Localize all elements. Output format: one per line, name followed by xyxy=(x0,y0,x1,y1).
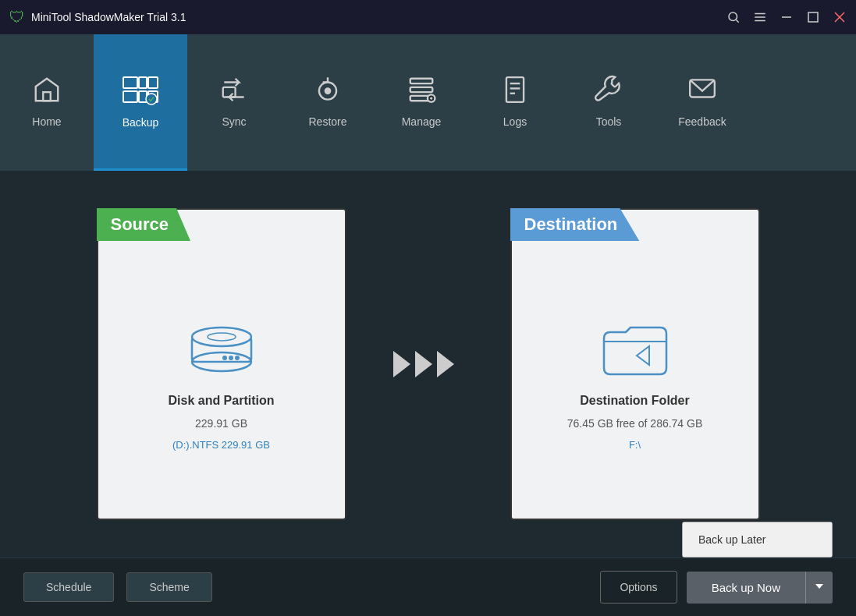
backup-later-button[interactable]: Back up Later xyxy=(683,522,832,557)
source-size: 229.91 GB xyxy=(195,417,247,430)
schedule-button[interactable]: Schedule xyxy=(23,572,114,602)
svg-rect-24 xyxy=(506,77,524,102)
close-button[interactable] xyxy=(833,10,847,24)
minimize-button[interactable] xyxy=(780,10,794,24)
destination-label: Destination xyxy=(510,208,640,241)
logs-icon xyxy=(499,75,531,109)
nav-sync-label: Sync xyxy=(222,115,246,128)
main-content: Source Disk and Partition 229.91 GB (D:)… xyxy=(0,171,856,558)
nav-restore[interactable]: Restore xyxy=(281,34,375,171)
app-logo: 🛡 xyxy=(9,9,25,27)
nav-tools-label: Tools xyxy=(596,115,622,128)
svg-rect-6 xyxy=(808,12,818,22)
destination-path: F:\ xyxy=(629,439,641,451)
svg-point-35 xyxy=(222,356,227,360)
navbar: Home Backup Sync xyxy=(0,34,856,171)
titlebar: 🛡 MiniTool ShadowMaker Trial 3.1 xyxy=(0,0,856,34)
nav-backup[interactable]: Backup xyxy=(94,34,187,171)
bottombar-left: Schedule Scheme xyxy=(23,572,212,602)
svg-rect-13 xyxy=(123,91,137,102)
backup-icon xyxy=(122,74,159,110)
source-card[interactable]: Source Disk and Partition 229.91 GB (D:)… xyxy=(97,208,346,520)
nav-feedback-label: Feedback xyxy=(678,115,726,128)
destination-card[interactable]: Destination Destination Folder 76.45 GB … xyxy=(510,208,760,520)
home-icon xyxy=(30,75,63,109)
maximize-button[interactable] xyxy=(806,10,820,24)
options-button[interactable]: Options xyxy=(600,571,677,604)
backup-dropdown-button[interactable] xyxy=(805,572,833,604)
svg-marker-36 xyxy=(393,351,410,377)
menu-icon[interactable] xyxy=(753,10,767,24)
svg-rect-20 xyxy=(410,79,433,83)
nav-logs[interactable]: Logs xyxy=(468,34,562,171)
destination-free: 76.45 GB free of 286.74 GB xyxy=(567,417,703,430)
svg-point-0 xyxy=(729,12,737,21)
svg-rect-12 xyxy=(148,77,158,88)
restore-icon xyxy=(311,75,344,109)
svg-point-16 xyxy=(146,94,157,104)
scheme-button[interactable]: Scheme xyxy=(126,572,211,602)
search-icon[interactable] xyxy=(726,10,741,24)
svg-rect-11 xyxy=(139,77,147,88)
svg-point-33 xyxy=(235,356,240,360)
svg-marker-39 xyxy=(815,584,823,589)
nav-manage-label: Manage xyxy=(402,115,442,128)
bottombar-right: Options Back up Now xyxy=(600,571,833,604)
nav-home[interactable]: Home xyxy=(0,34,94,171)
nav-logs-label: Logs xyxy=(503,115,527,128)
nav-restore-label: Restore xyxy=(308,115,346,128)
nav-backup-label: Backup xyxy=(123,116,159,129)
svg-rect-21 xyxy=(410,87,433,92)
svg-point-19 xyxy=(325,88,330,93)
source-title: Disk and Partition xyxy=(168,394,274,408)
nav-feedback[interactable]: Feedback xyxy=(655,34,749,171)
source-label: Source xyxy=(97,208,191,241)
destination-title: Destination Folder xyxy=(580,394,689,408)
svg-point-34 xyxy=(229,356,233,360)
arrow-divider xyxy=(393,343,464,386)
nav-tools[interactable]: Tools xyxy=(562,34,655,171)
svg-rect-9 xyxy=(43,92,51,101)
folder-icon xyxy=(596,315,674,384)
feedback-icon xyxy=(686,75,719,109)
titlebar-title: MiniTool ShadowMaker Trial 3.1 xyxy=(31,11,186,23)
svg-marker-37 xyxy=(415,351,432,377)
manage-icon xyxy=(405,75,438,109)
source-detail: (D:).NTFS 229.91 GB xyxy=(172,439,270,451)
disk-icon xyxy=(183,315,261,384)
svg-rect-10 xyxy=(123,77,137,88)
nav-home-label: Home xyxy=(32,115,61,128)
sync-icon xyxy=(218,75,250,109)
nav-manage[interactable]: Manage xyxy=(375,34,468,171)
titlebar-controls xyxy=(726,10,847,24)
svg-marker-38 xyxy=(437,351,454,377)
nav-sync[interactable]: Sync xyxy=(187,34,281,171)
destination-card-content: Destination Folder 76.45 GB free of 286.… xyxy=(510,246,760,520)
svg-point-31 xyxy=(192,327,251,346)
tools-icon xyxy=(592,75,625,109)
bottombar: Schedule Scheme Options Back up Now xyxy=(0,558,856,616)
backup-now-button[interactable]: Back up Now xyxy=(687,572,805,604)
svg-rect-17 xyxy=(223,87,236,97)
svg-line-1 xyxy=(736,19,738,22)
dropdown-menu: Back up Later xyxy=(682,522,833,558)
source-card-content: Disk and Partition 229.91 GB (D:).NTFS 2… xyxy=(97,246,346,520)
titlebar-left: 🛡 MiniTool ShadowMaker Trial 3.1 xyxy=(9,9,186,27)
